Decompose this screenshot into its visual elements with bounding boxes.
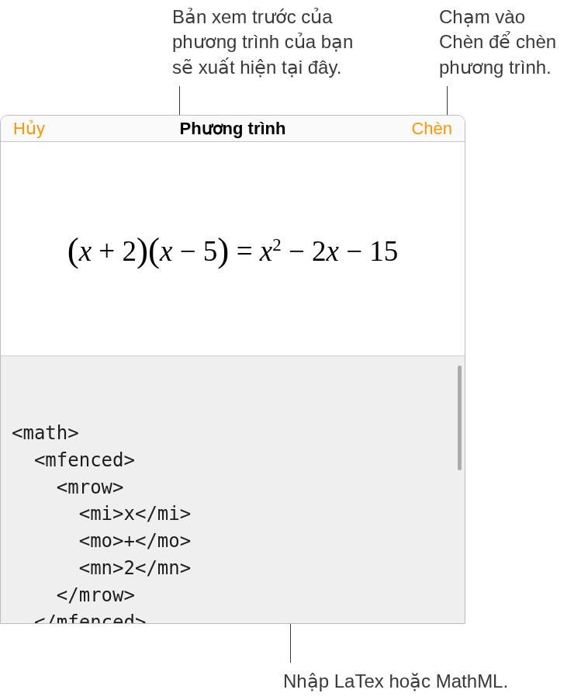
callout-insert-text: Chạm vào Chèn để chèn phương trình.: [439, 5, 556, 80]
equation-dialog: Hủy Phương trình Chèn (x + 2)(x − 5) = x…: [0, 115, 465, 624]
cancel-button[interactable]: Hủy: [13, 119, 45, 139]
nav-bar: Hủy Phương trình Chèn: [1, 116, 465, 142]
callout-input-text: Nhập LaTex hoặc MathML.: [283, 669, 508, 694]
dialog-title: Phương trình: [180, 119, 286, 139]
equation-preview: (x + 2)(x − 5) = x2 − 2x − 15: [1, 142, 465, 355]
insert-button[interactable]: Chèn: [411, 119, 452, 139]
code-scrollbar[interactable]: [458, 366, 462, 470]
callout-preview-text: Bản xem trước của phương trình của bạn s…: [172, 5, 353, 80]
equation-code-input[interactable]: <math> <mfenced> <mrow> <mi>x</mi> <mo>+…: [1, 355, 465, 623]
rendered-equation: (x + 2)(x − 5) = x2 − 2x − 15: [67, 229, 399, 269]
